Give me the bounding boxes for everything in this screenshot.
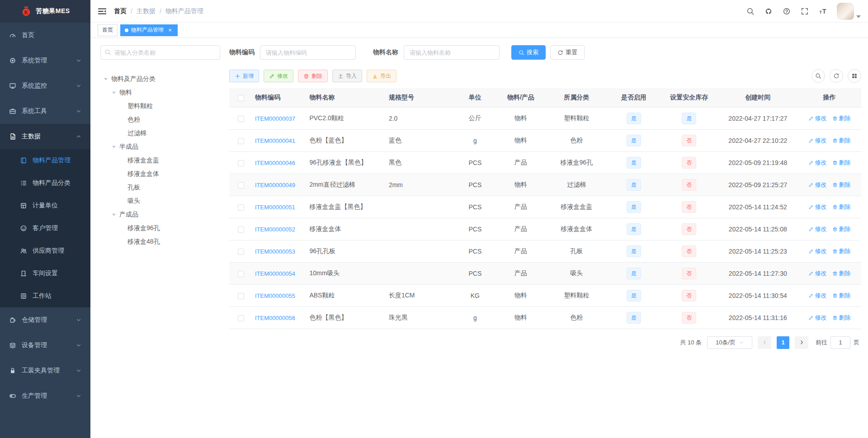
prev-page-button[interactable]	[758, 336, 771, 349]
page-number-1[interactable]: 1	[777, 336, 789, 349]
sidebar-item-生产管理[interactable]: 生产管理	[0, 383, 90, 409]
row-checkbox[interactable]	[238, 182, 244, 188]
item-code-link[interactable]: ITEM00000051	[255, 204, 295, 211]
item-code-link[interactable]: ITEM00000056	[255, 315, 295, 321]
tree-node-移液盒48孔[interactable]: 移液盒48孔	[100, 235, 220, 249]
row-edit-link[interactable]: 修改	[808, 269, 827, 278]
row-checkbox[interactable]	[238, 293, 244, 299]
row-checkbox[interactable]	[238, 226, 244, 233]
tab-物料产品管理[interactable]: 物料产品管理×	[120, 24, 178, 36]
tree-node-色粉[interactable]: 色粉	[100, 113, 220, 127]
row-checkbox[interactable]	[238, 116, 244, 122]
search-icon[interactable]	[746, 7, 755, 15]
avatar[interactable]	[837, 3, 854, 20]
tree-node-物料及产品分类[interactable]: 物料及产品分类	[100, 72, 220, 86]
category-search-input[interactable]	[100, 45, 220, 60]
close-icon[interactable]: ×	[167, 27, 173, 33]
edit-button[interactable]: 修改	[264, 70, 293, 82]
item-code-link[interactable]: ITEM00000055	[255, 292, 295, 299]
row-delete-link[interactable]: 删除	[832, 292, 851, 300]
sidebar-item-系统监控[interactable]: 系统监控	[0, 73, 90, 99]
item-code-link[interactable]: ITEM00000041	[255, 137, 295, 144]
row-checkbox[interactable]	[238, 271, 244, 277]
row-edit-link[interactable]: 修改	[808, 247, 827, 255]
item-code-link[interactable]: ITEM00000049	[255, 182, 295, 188]
row-delete-link[interactable]: 删除	[832, 114, 851, 122]
row-delete-link[interactable]: 删除	[832, 314, 851, 322]
row-edit-link[interactable]: 修改	[808, 292, 827, 300]
tree-node-孔板[interactable]: 孔板	[100, 181, 220, 194]
item-code-link[interactable]: ITEM00000054	[255, 270, 295, 277]
refresh-button[interactable]	[830, 69, 843, 83]
row-edit-link[interactable]: 修改	[808, 159, 827, 167]
row-edit-link[interactable]: 修改	[808, 225, 827, 233]
sidebar-item-工装夹具管理[interactable]: 工装夹具管理	[0, 358, 90, 383]
row-delete-link[interactable]: 删除	[832, 269, 851, 278]
user-menu[interactable]	[837, 3, 861, 20]
search-button[interactable]: 搜索	[511, 45, 546, 60]
row-edit-link[interactable]: 修改	[808, 181, 827, 189]
font-size-icon[interactable]: TT	[819, 7, 827, 15]
sidebar-item-供应商管理[interactable]: 供应商管理	[0, 240, 90, 262]
row-delete-link[interactable]: 删除	[832, 181, 851, 189]
row-delete-link[interactable]: 删除	[832, 203, 851, 211]
item-code-link[interactable]: ITEM00000052	[255, 226, 295, 233]
sidebar-item-系统工具[interactable]: 系统工具	[0, 99, 90, 124]
tab-首页[interactable]: 首页	[98, 24, 118, 36]
sidebar-item-计量单位[interactable]: 计量单位	[0, 194, 90, 217]
question-icon[interactable]	[783, 7, 791, 15]
tree-node-移液盒盒体[interactable]: 移液盒盒体	[100, 167, 220, 181]
row-checkbox[interactable]	[238, 249, 244, 255]
export-button[interactable]: 导出	[367, 70, 396, 82]
row-edit-link[interactable]: 修改	[808, 314, 827, 322]
row-edit-link[interactable]: 修改	[808, 114, 827, 122]
tree-node-移液盒96孔[interactable]: 移液盒96孔	[100, 221, 220, 235]
tree-node-产成品[interactable]: 产成品	[100, 208, 220, 221]
page-size-select[interactable]: 10条/页	[707, 336, 752, 349]
sidebar-item-车间设置[interactable]: 车间设置	[0, 262, 90, 285]
tree-node-过滤棉[interactable]: 过滤棉	[100, 127, 220, 140]
fullscreen-icon[interactable]	[801, 7, 809, 15]
tree-node-移液盒盒盖[interactable]: 移液盒盒盖	[100, 154, 220, 167]
material-code-input[interactable]	[260, 45, 356, 60]
row-checkbox[interactable]	[238, 160, 244, 166]
sidebar-item-仓储管理[interactable]: 仓储管理	[0, 307, 90, 333]
import-button[interactable]: 导入	[332, 70, 362, 82]
item-code-link[interactable]: ITEM00000053	[255, 248, 295, 255]
sidebar-item-物料产品分类[interactable]: 物料产品分类	[0, 172, 90, 194]
github-icon[interactable]	[764, 7, 773, 15]
sidebar-item-首页[interactable]: 首页	[0, 23, 90, 48]
app-logo-bar[interactable]: K 苦糖果MES	[0, 0, 90, 23]
row-delete-link[interactable]: 删除	[832, 159, 851, 167]
tree-node-物料[interactable]: 物料	[100, 86, 220, 99]
tree-node-半成品[interactable]: 半成品	[100, 140, 220, 154]
tree-node-吸头[interactable]: 吸头	[100, 194, 220, 208]
material-name-input[interactable]	[404, 45, 500, 60]
sidebar-item-系统管理[interactable]: 系统管理	[0, 48, 90, 73]
delete-button[interactable]: 删除	[298, 70, 328, 82]
column-settings-button[interactable]	[848, 69, 861, 83]
item-code-link[interactable]: ITEM00000046	[255, 160, 295, 166]
row-edit-link[interactable]: 修改	[808, 137, 827, 145]
goto-page-input[interactable]	[830, 336, 850, 349]
select-all-checkbox[interactable]	[238, 95, 244, 101]
next-page-button[interactable]	[795, 336, 808, 349]
toggle-search-button[interactable]	[811, 69, 825, 83]
breadcrumb-home[interactable]: 首页	[114, 7, 127, 15]
row-delete-link[interactable]: 删除	[832, 225, 851, 233]
reset-button[interactable]: 重置	[550, 45, 585, 60]
sidebar-item-客户管理[interactable]: 客户管理	[0, 217, 90, 240]
tree-node-塑料颗粒[interactable]: 塑料颗粒	[100, 99, 220, 113]
sidebar-toggle-icon[interactable]	[98, 7, 107, 16]
row-checkbox[interactable]	[238, 204, 244, 211]
item-code-link[interactable]: ITEM00000037	[255, 115, 295, 122]
row-delete-link[interactable]: 删除	[832, 137, 851, 145]
sidebar-item-主数据[interactable]: 主数据	[0, 124, 90, 149]
row-edit-link[interactable]: 修改	[808, 203, 827, 211]
sidebar-item-物料产品管理[interactable]: 物料产品管理	[0, 149, 90, 172]
sidebar-item-设备管理[interactable]: 设备管理	[0, 333, 90, 358]
row-checkbox[interactable]	[238, 138, 244, 144]
row-checkbox[interactable]	[238, 315, 244, 321]
row-delete-link[interactable]: 删除	[832, 247, 851, 255]
add-button[interactable]: 新增	[229, 70, 259, 82]
